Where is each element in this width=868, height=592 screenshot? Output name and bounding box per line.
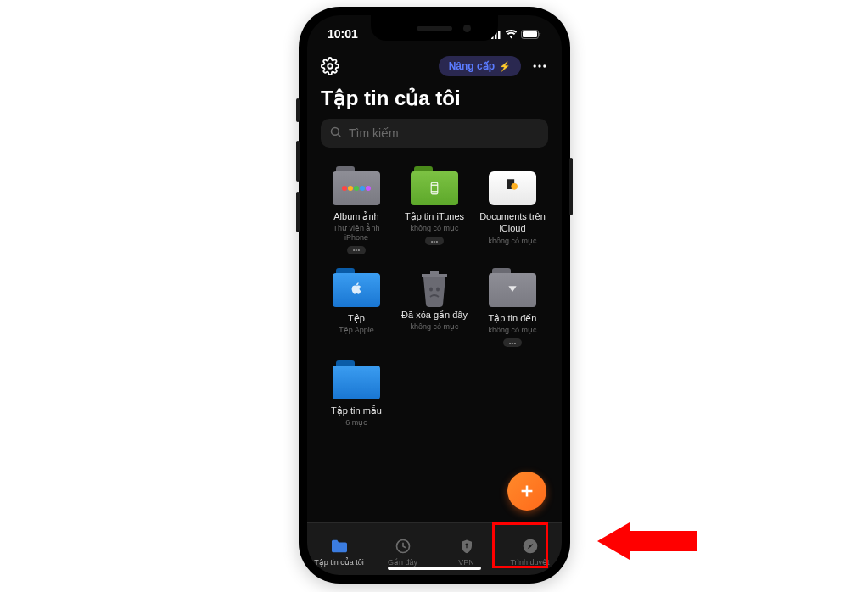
notch [371,15,498,41]
annotation-arrow [597,522,697,560]
tab-label: Gần đây [388,558,417,567]
item-sub: không có mục [410,322,458,332]
folder-icon [330,537,349,556]
item-more-button[interactable]: ••• [503,338,522,347]
item-sub: Tệp Apple [339,326,374,335]
tab-my-files[interactable]: Tập tin của tôi [307,523,371,575]
svg-line-12 [338,134,340,137]
speaker [417,26,452,31]
trash-icon [414,268,455,309]
item-trash[interactable]: Đã xóa gần đây không có mục [395,263,473,352]
photos-icon [342,186,371,191]
tab-label: VPN [458,558,474,567]
more-button[interactable] [531,58,548,75]
tab-browser[interactable]: Trình duyệt [498,523,562,575]
side-button-power [569,158,573,215]
search-input[interactable]: Tìm kiếm [321,119,548,148]
svg-point-16 [511,183,518,190]
upgrade-label: Nâng cấp [449,60,495,72]
item-sample-files[interactable]: Tập tin mẫu 6 mục [317,355,395,433]
folder-icon [333,268,380,307]
item-sub: không có mục [488,237,536,246]
side-button-silent [296,98,300,122]
item-itunes[interactable]: Tập tin iTunes không có mục ••• [395,161,473,260]
item-label: Tệp [348,312,365,324]
item-label: Album ảnh [333,210,378,222]
front-camera [463,25,471,32]
svg-rect-13 [431,182,438,194]
shield-icon [457,537,476,556]
apple-icon [350,281,363,299]
compass-icon [521,537,540,556]
item-label: Tập tin đến [489,312,537,324]
tab-label: Trình duyệt [510,558,549,567]
item-label: Đã xóa gần đây [401,309,468,321]
svg-point-8 [534,64,536,67]
page-title: Tập tin của tôi [307,83,562,119]
upgrade-button[interactable]: Nâng cấp ⚡ [439,56,521,76]
svg-point-18 [436,287,440,291]
item-sub: không có mục [410,224,458,233]
folder-icon [411,166,458,205]
screen: 10:01 Nâng cấp ⚡ [307,15,562,575]
svg-rect-5 [523,31,537,37]
item-label: Tập tin iTunes [405,210,464,222]
folder-icon [489,268,536,307]
documents-icon [501,177,524,199]
svg-point-17 [429,287,433,291]
item-label: Documents trên iCloud [477,210,548,235]
status-time: 10:01 [328,27,358,41]
item-icloud-documents[interactable]: Documents trên iCloud không có mục [473,161,552,260]
folder-icon [333,166,380,205]
item-more-button[interactable]: ••• [425,237,444,245]
item-photo-album[interactable]: Album ảnh Thư viện ảnh iPhone ••• [317,161,395,260]
svg-point-11 [332,127,339,135]
item-label: Tập tin mẫu [331,405,382,416]
wifi-icon [505,30,518,39]
tab-label: Tập tin của tôi [314,558,364,567]
item-files[interactable]: Tệp Tệp Apple [317,263,395,352]
clock-icon [394,537,412,556]
itunes-icon [427,181,442,196]
folder-icon [333,360,380,399]
svg-point-7 [328,64,333,69]
svg-rect-6 [540,32,541,36]
item-sub: không có mục [488,326,536,335]
settings-button[interactable] [321,57,339,75]
header: Nâng cấp ⚡ [307,53,562,83]
svg-point-9 [538,64,540,67]
item-sub: 6 mục [345,418,367,427]
side-button-volume-up [296,141,300,182]
battery-icon [521,30,541,39]
item-incoming[interactable]: Tập tin đến không có mục ••• [473,263,552,352]
item-sub: Thư viện ảnh iPhone [321,224,392,243]
home-indicator[interactable] [388,567,481,570]
thunder-icon: ⚡ [499,61,511,72]
phone-frame: 10:01 Nâng cấp ⚡ [299,7,570,584]
svg-point-10 [543,64,546,67]
item-more-button[interactable]: ••• [347,246,366,254]
add-button[interactable] [507,472,546,511]
download-icon [506,282,519,299]
side-button-volume-down [296,192,300,232]
search-icon [329,126,342,142]
plus-icon [518,482,536,500]
svg-rect-3 [498,31,501,39]
folder-icon [489,166,536,205]
file-grid: Album ảnh Thư viện ảnh iPhone ••• Tập ti… [307,161,562,433]
search-placeholder: Tìm kiếm [349,126,399,140]
